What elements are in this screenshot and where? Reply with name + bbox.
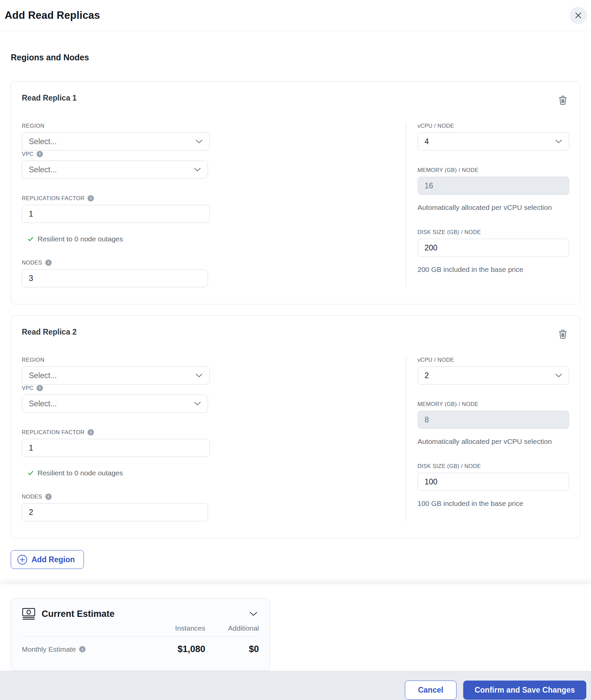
- instance-size-column: vCPU / NODE 2 MEMORY (GB) / NODE Automat…: [406, 356, 569, 521]
- estimate-title: Current Estimate: [42, 609, 115, 619]
- vpc-label: VPC i: [22, 385, 208, 391]
- vpc-select[interactable]: Select...: [22, 161, 208, 179]
- region-select-value: Select...: [29, 137, 57, 146]
- resilience-text: Resilient to 0 node outages: [38, 469, 123, 477]
- monthly-estimate-label: Monthly Estimate: [22, 645, 76, 653]
- chevron-down-icon: [194, 402, 201, 406]
- chevron-down-icon: [196, 139, 203, 143]
- memory-input: [418, 411, 569, 429]
- info-icon[interactable]: i: [37, 151, 43, 157]
- memory-input: [418, 177, 569, 195]
- nodes-input[interactable]: [22, 503, 208, 521]
- disk-size-label: DISK SIZE (GB) / NODE: [418, 463, 569, 469]
- replica-card-1: Read Replica 1 REGION: [11, 81, 580, 304]
- resilience-status: Resilient to 0 node outages: [22, 235, 210, 243]
- current-estimate-card: Current Estimate Instances Additional Mo…: [11, 598, 270, 671]
- cancel-button[interactable]: Cancel: [405, 681, 456, 700]
- nodes-label: NODES i: [22, 259, 208, 266]
- memory-helper-text: Automatically allocated per vCPU selecti…: [418, 202, 558, 213]
- memory-label: MEMORY (GB) / NODE: [418, 167, 569, 173]
- vpc-label: VPC i: [22, 151, 208, 157]
- nodes-input[interactable]: [22, 269, 208, 287]
- add-region-button[interactable]: Add Region: [11, 550, 84, 569]
- replica-card-2: Read Replica 2 REGION: [11, 315, 580, 538]
- section-title: Regions and Nodes: [11, 53, 580, 62]
- vcpu-select[interactable]: 4: [418, 132, 569, 151]
- vpc-select-value: Select...: [29, 165, 57, 174]
- info-icon[interactable]: i: [79, 646, 86, 652]
- trash-icon: [557, 94, 569, 106]
- vcpu-select-value: 4: [425, 137, 429, 146]
- region-label: REGION: [22, 122, 210, 129]
- modal-header: Add Read Replicas: [0, 0, 591, 31]
- chevron-down-icon: [555, 373, 562, 377]
- trash-icon: [557, 328, 569, 340]
- check-icon: [27, 236, 34, 242]
- vpc-select[interactable]: Select...: [22, 395, 208, 413]
- column-header-additional: Additional: [205, 624, 259, 632]
- replication-factor-input[interactable]: [22, 439, 210, 457]
- replica-title: Read Replica 2: [22, 328, 77, 337]
- memory-helper-text: Automatically allocated per vCPU selecti…: [418, 436, 558, 447]
- info-icon[interactable]: i: [88, 429, 94, 435]
- delete-replica-button[interactable]: [556, 328, 569, 341]
- monthly-estimate-row: Monthly Estimate i $1,080 $0: [22, 637, 259, 662]
- chevron-down-icon: [196, 373, 203, 377]
- vcpu-select[interactable]: 2: [418, 366, 569, 385]
- memory-label: MEMORY (GB) / NODE: [418, 401, 569, 407]
- add-region-label: Add Region: [32, 555, 75, 564]
- chevron-down-icon: [194, 168, 201, 172]
- modal-title: Add Read Replicas: [5, 9, 100, 21]
- chevron-down-icon: [249, 611, 258, 616]
- additional-value: $0: [205, 644, 259, 654]
- vcpu-label: vCPU / NODE: [418, 122, 569, 129]
- resilience-status: Resilient to 0 node outages: [22, 469, 210, 477]
- info-icon[interactable]: i: [88, 195, 94, 201]
- replication-factor-input[interactable]: [22, 205, 210, 223]
- vpc-select-value: Select...: [29, 399, 57, 408]
- disk-helper-text: 200 GB included in the base price: [418, 264, 558, 275]
- disk-size-label: DISK SIZE (GB) / NODE: [418, 229, 569, 235]
- confirm-save-button[interactable]: Confirm and Save Changes: [463, 681, 586, 700]
- delete-replica-button[interactable]: [556, 94, 569, 107]
- vcpu-select-value: 2: [425, 371, 429, 380]
- estimate-collapse-button[interactable]: [248, 610, 259, 618]
- disk-helper-text: 100 GB included in the base price: [418, 498, 558, 509]
- region-select[interactable]: Select...: [22, 366, 210, 385]
- region-select[interactable]: Select...: [22, 132, 210, 151]
- column-header-instances: Instances: [155, 624, 205, 632]
- region-label: REGION: [22, 356, 210, 363]
- check-icon: [27, 470, 34, 476]
- info-icon[interactable]: i: [45, 493, 52, 500]
- close-icon: [574, 11, 582, 19]
- replication-factor-label: REPLICATION FACTOR i: [22, 429, 210, 435]
- close-button[interactable]: [570, 7, 587, 24]
- estimate-panel: Current Estimate Instances Additional Mo…: [0, 584, 591, 671]
- info-icon[interactable]: i: [37, 385, 43, 391]
- region-select-value: Select...: [29, 371, 57, 380]
- add-read-replicas-modal: Add Read Replicas Regions and Nodes Read…: [0, 0, 591, 700]
- replication-factor-label: REPLICATION FACTOR i: [22, 195, 210, 201]
- disk-size-input[interactable]: [418, 239, 569, 257]
- info-icon[interactable]: i: [45, 259, 52, 266]
- replica-title: Read Replica 1: [22, 94, 77, 103]
- nodes-label: NODES i: [22, 493, 208, 500]
- banknote-icon: [22, 607, 36, 620]
- instances-value: $1,080: [155, 644, 205, 654]
- vcpu-label: vCPU / NODE: [418, 356, 569, 363]
- plus-circle-icon: [17, 555, 28, 565]
- disk-size-input[interactable]: [418, 473, 569, 491]
- resilience-text: Resilient to 0 node outages: [38, 235, 123, 243]
- chevron-down-icon: [555, 139, 562, 143]
- instance-size-column: vCPU / NODE 4 MEMORY (GB) / NODE Automat…: [406, 122, 569, 287]
- modal-body: Regions and Nodes Read Replica 1: [0, 31, 591, 569]
- modal-footer: Cancel Confirm and Save Changes: [0, 671, 591, 700]
